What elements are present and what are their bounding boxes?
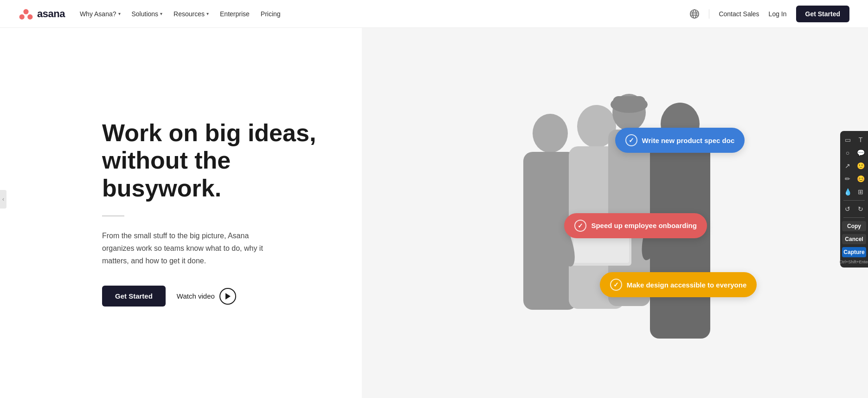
left-edge-arrow[interactable]: ‹ bbox=[0, 190, 6, 209]
circle-tool-button[interactable]: ○ bbox=[842, 147, 854, 159]
logo-text: asana bbox=[37, 8, 65, 20]
watch-video-button[interactable]: Watch video bbox=[177, 288, 236, 305]
nav-separator bbox=[709, 9, 709, 19]
toolbar-row-5: 💧 ⊞ bbox=[842, 186, 867, 198]
nav-link-why-asana[interactable]: Why Asana? ▾ bbox=[80, 10, 121, 18]
hero-section: Work on big ideas, without the busywork.… bbox=[0, 28, 868, 398]
globe-icon[interactable] bbox=[689, 9, 700, 19]
text-tool-button[interactable]: T bbox=[855, 134, 867, 146]
nav-left: asana Why Asana? ▾ Solutions ▾ Resources… bbox=[19, 7, 281, 21]
nav-links: Why Asana? ▾ Solutions ▾ Resources ▾ Ent… bbox=[80, 10, 281, 18]
task-badge-design: Make design accessible to everyone bbox=[600, 272, 757, 297]
chevron-down-icon: ▾ bbox=[160, 11, 162, 16]
svg-rect-17 bbox=[613, 96, 645, 108]
svg-point-0 bbox=[23, 9, 28, 14]
toolbar-divider-2 bbox=[843, 217, 865, 218]
svg-point-2 bbox=[27, 14, 32, 19]
hero-description: From the small stuff to the big picture,… bbox=[102, 229, 278, 268]
svg-point-1 bbox=[19, 14, 25, 19]
login-link[interactable]: Log In bbox=[769, 10, 787, 18]
hero-divider bbox=[102, 215, 124, 216]
floating-toolbar: ▭ T ○ 💬 ↗ 🙂 ✏ 😊 💧 ⊞ ↺ ↻ Copy Cancel Capt… bbox=[840, 131, 868, 268]
task-badge-onboarding: Speed up employee onboarding bbox=[564, 213, 707, 238]
person-tool-button[interactable]: 🙂 bbox=[855, 160, 867, 172]
check-icon bbox=[625, 134, 637, 146]
arrow-tool-button[interactable]: ↗ bbox=[842, 160, 854, 172]
dropper-tool-button[interactable]: 💧 bbox=[842, 186, 854, 198]
svg-point-8 bbox=[533, 114, 568, 153]
chevron-down-icon: ▾ bbox=[118, 11, 121, 16]
toolbar-row-2: ○ 💬 bbox=[842, 147, 867, 159]
check-icon bbox=[610, 279, 622, 291]
toolbar-row-4: ✏ 😊 bbox=[842, 173, 867, 185]
get-started-button-nav[interactable]: Get Started bbox=[796, 6, 849, 22]
cancel-button[interactable]: Cancel bbox=[842, 234, 866, 244]
chevron-down-icon: ▾ bbox=[206, 11, 209, 16]
toolbar-divider bbox=[843, 200, 865, 201]
hero-title: Work on big ideas, without the busywork. bbox=[102, 119, 325, 202]
asana-logo-icon bbox=[19, 7, 33, 21]
get-started-button[interactable]: Get Started bbox=[102, 286, 166, 307]
rect-tool-button[interactable]: ▭ bbox=[842, 134, 854, 146]
nav-link-resources[interactable]: Resources ▾ bbox=[174, 10, 209, 18]
nav-right: Contact Sales Log In Get Started bbox=[689, 6, 849, 22]
hero-right: Write new product spec doc Speed up empl… bbox=[362, 28, 868, 398]
redo-button[interactable]: ↻ bbox=[855, 203, 867, 215]
grid-tool-button[interactable]: ⊞ bbox=[855, 186, 867, 198]
logo[interactable]: asana bbox=[19, 7, 65, 21]
nav-link-pricing[interactable]: Pricing bbox=[261, 10, 281, 18]
navbar: asana Why Asana? ▾ Solutions ▾ Resources… bbox=[0, 0, 868, 28]
toolbar-row-6: ↺ ↻ bbox=[842, 203, 867, 215]
comment-tool-button[interactable]: 💬 bbox=[855, 147, 867, 159]
capture-button[interactable]: Capture bbox=[842, 247, 866, 257]
task-badge-spec-doc: Write new product spec doc bbox=[615, 128, 745, 153]
badge-onboarding-text: Speed up employee onboarding bbox=[591, 222, 697, 229]
emoji-tool-button[interactable]: 😊 bbox=[855, 173, 867, 185]
hero-left: Work on big ideas, without the busywork.… bbox=[0, 28, 362, 398]
hero-actions: Get Started Watch video bbox=[102, 286, 325, 307]
contact-sales-link[interactable]: Contact Sales bbox=[719, 10, 759, 18]
play-icon bbox=[219, 288, 236, 305]
pen-tool-button[interactable]: ✏ bbox=[842, 173, 854, 185]
play-triangle bbox=[225, 293, 231, 300]
copy-button[interactable]: Copy bbox=[842, 221, 866, 231]
nav-link-enterprise[interactable]: Enterprise bbox=[220, 10, 250, 18]
undo-button[interactable]: ↺ bbox=[842, 203, 854, 215]
keyboard-shortcut: Ctrl+Shift+Enter bbox=[838, 259, 868, 265]
check-icon bbox=[574, 220, 586, 232]
nav-link-solutions[interactable]: Solutions ▾ bbox=[132, 10, 163, 18]
toolbar-row-3: ↗ 🙂 bbox=[842, 160, 867, 172]
toolbar-row-1: ▭ T bbox=[842, 134, 867, 146]
